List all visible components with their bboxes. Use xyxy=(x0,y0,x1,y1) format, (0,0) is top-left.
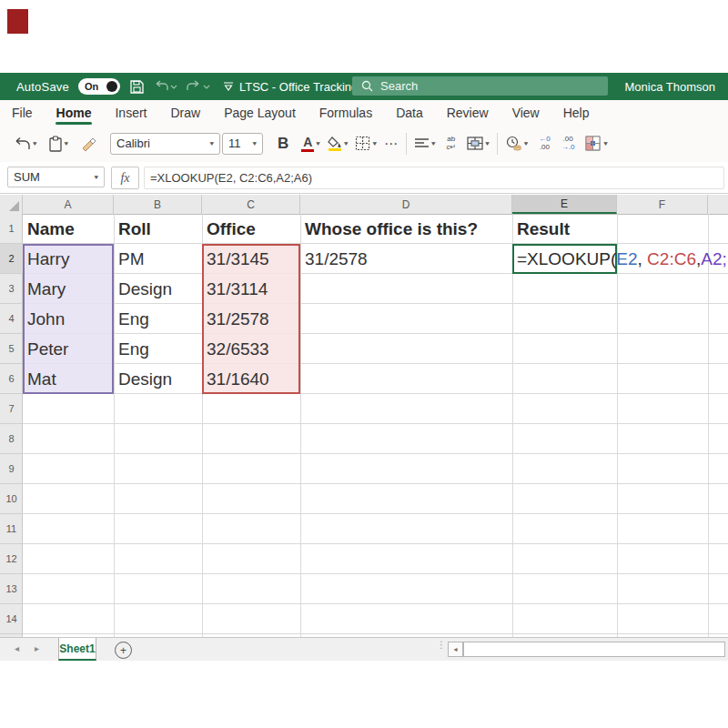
row-header-7[interactable]: 7 xyxy=(0,394,23,424)
more-formatting-button[interactable]: ⋯ xyxy=(384,131,399,157)
font-size-select[interactable]: 11▾ xyxy=(222,133,263,155)
bold-button[interactable]: B xyxy=(272,131,294,157)
row-header-10[interactable]: 10 xyxy=(0,484,23,514)
tab-formulas[interactable]: Formulas xyxy=(308,100,384,125)
cell-A3[interactable]: Mary xyxy=(23,274,66,304)
font-color-letter: A xyxy=(303,136,312,148)
font-color-button[interactable]: A▾ xyxy=(301,131,320,157)
horizontal-scrollbar[interactable] xyxy=(463,642,725,657)
column-header-a[interactable]: A xyxy=(23,195,114,214)
row-header-13[interactable]: 13 xyxy=(0,574,23,604)
row-header-3[interactable]: 3 xyxy=(0,274,23,304)
save-icon[interactable] xyxy=(129,79,145,95)
insert-function-button[interactable]: fx xyxy=(111,167,139,189)
cell-C2[interactable]: 31/3145 xyxy=(202,244,269,274)
select-all-button[interactable] xyxy=(0,195,23,214)
alignment-button[interactable]: ▾ xyxy=(414,131,436,157)
wrap-text-button[interactable]: abc↵ xyxy=(446,131,456,157)
column-header-d[interactable]: D xyxy=(300,195,512,214)
fill-color-button[interactable]: ▾ xyxy=(328,131,349,157)
row-header-11[interactable]: 11 xyxy=(0,514,23,544)
number-format-button[interactable]: ▾ xyxy=(505,131,529,157)
cell-A4[interactable]: John xyxy=(23,304,65,334)
undo-button[interactable] xyxy=(154,80,177,94)
format-painter-icon[interactable] xyxy=(79,131,97,157)
cell-C6[interactable]: 31/1640 xyxy=(202,364,269,394)
cell-A2[interactable]: Harry xyxy=(23,244,69,274)
autosave-label: AutoSave xyxy=(16,80,69,94)
cell-D2[interactable]: 31/2578 xyxy=(300,244,368,274)
cell-B4[interactable]: Eng xyxy=(114,304,149,334)
cells-area[interactable]: Name Roll Office Whose office is this? R… xyxy=(23,214,728,637)
cell-C3[interactable]: 31/3114 xyxy=(202,274,268,304)
prev-sheet-button[interactable]: ◂ xyxy=(15,643,19,653)
row-header-9[interactable]: 9 xyxy=(0,454,23,484)
cell-D1[interactable]: Whose office is this? xyxy=(300,214,478,244)
tab-view[interactable]: View xyxy=(500,100,551,125)
paste-button[interactable]: ▾ xyxy=(48,131,69,157)
font-name-value: Calibri xyxy=(116,136,150,150)
tab-help[interactable]: Help xyxy=(551,100,602,125)
cell-B2[interactable]: PM xyxy=(114,244,145,274)
row-header-2[interactable]: 2 xyxy=(0,244,23,274)
decrease-decimal-button[interactable]: .00→.0 xyxy=(561,131,575,157)
tab-draw[interactable]: Draw xyxy=(158,100,212,125)
cell-B3[interactable]: Design xyxy=(114,274,172,304)
sheet-tab-sheet1[interactable]: Sheet1 xyxy=(58,638,96,661)
tab-review[interactable]: Review xyxy=(435,100,500,125)
redo-button[interactable] xyxy=(187,80,210,94)
column-header-b[interactable]: B xyxy=(114,195,202,214)
merge-center-button[interactable]: ▾ xyxy=(467,131,490,157)
conditional-formatting-button[interactable]: ▾ xyxy=(585,131,608,157)
add-sheet-button[interactable]: + xyxy=(115,642,132,659)
cell-A5[interactable]: Peter xyxy=(23,334,68,364)
borders-button[interactable]: ▾ xyxy=(355,131,377,157)
column-header-c[interactable]: C xyxy=(202,195,300,214)
row-header-5[interactable]: 5 xyxy=(0,334,23,364)
recording-indicator xyxy=(7,9,28,34)
dec-decimal-glyph: .00 xyxy=(562,135,572,143)
cell-C1[interactable]: Office xyxy=(202,214,256,244)
row-header-8[interactable]: 8 xyxy=(0,424,23,454)
next-sheet-button[interactable]: ▸ xyxy=(35,643,39,653)
row-header-4[interactable]: 4 xyxy=(0,304,23,334)
column-header-e[interactable]: E xyxy=(512,195,617,214)
cell-B1[interactable]: Roll xyxy=(114,214,151,244)
tab-scroll-grip[interactable]: ⋮ xyxy=(437,643,446,647)
tab-home[interactable]: Home xyxy=(45,100,104,125)
tab-file[interactable]: File xyxy=(0,100,45,125)
name-box[interactable]: SUM ▾ xyxy=(7,167,105,187)
search-input[interactable]: Search xyxy=(352,76,608,96)
formula-input[interactable]: =XLOOKUP(E2, C2:C6,A2;A6) xyxy=(144,167,724,189)
row-header-1[interactable]: 1 xyxy=(0,214,23,244)
user-account-button[interactable]: Monica Thomson xyxy=(618,73,723,100)
autosave-toggle[interactable]: On xyxy=(78,78,120,95)
font-size-value: 11 xyxy=(228,136,241,150)
increase-decimal-button[interactable]: ←0.00 xyxy=(539,131,550,157)
formula-token: =XLOOKUP( xyxy=(517,249,616,268)
tab-insert[interactable]: Insert xyxy=(103,100,158,125)
tab-page-layout[interactable]: Page Layout xyxy=(212,100,308,125)
row-header-12[interactable]: 12 xyxy=(0,544,23,574)
row-header-14[interactable]: 14 xyxy=(0,604,23,634)
grid-line xyxy=(512,214,513,637)
font-name-select[interactable]: Calibri▾ xyxy=(110,133,220,155)
user-name: Monica Thomson xyxy=(625,80,715,94)
search-icon xyxy=(361,80,373,92)
cell-A1[interactable]: Name xyxy=(23,214,75,244)
cell-E2-formula[interactable]: =XLOOKUP(E2, C2:C6,A2; xyxy=(512,244,727,274)
cell-B5[interactable]: Eng xyxy=(114,334,149,364)
tab-data[interactable]: Data xyxy=(384,100,435,125)
undo-ribbon-button[interactable]: ▾ xyxy=(13,131,37,157)
hscroll-left-button[interactable]: ◂ xyxy=(448,642,463,657)
formula-token: C2:C6 xyxy=(647,249,696,268)
cell-C5[interactable]: 32/6533 xyxy=(202,334,269,364)
cell-B6[interactable]: Design xyxy=(114,364,172,394)
formula-bar: SUM ▾ fx =XLOOKUP(E2, C2:C6,A2;A6) xyxy=(0,162,728,194)
cell-C4[interactable]: 31/2578 xyxy=(202,304,269,334)
row-header-6[interactable]: 6 xyxy=(0,364,23,394)
cell-E1[interactable]: Result xyxy=(512,214,570,244)
column-header-f[interactable]: F xyxy=(617,195,708,214)
ribbon-toolbar: ▾ ▾ Calibri▾ 11▾ B A▾ ▾ ▾ ⋯ ▾ xyxy=(0,125,728,163)
cell-A6[interactable]: Mat xyxy=(23,364,56,394)
